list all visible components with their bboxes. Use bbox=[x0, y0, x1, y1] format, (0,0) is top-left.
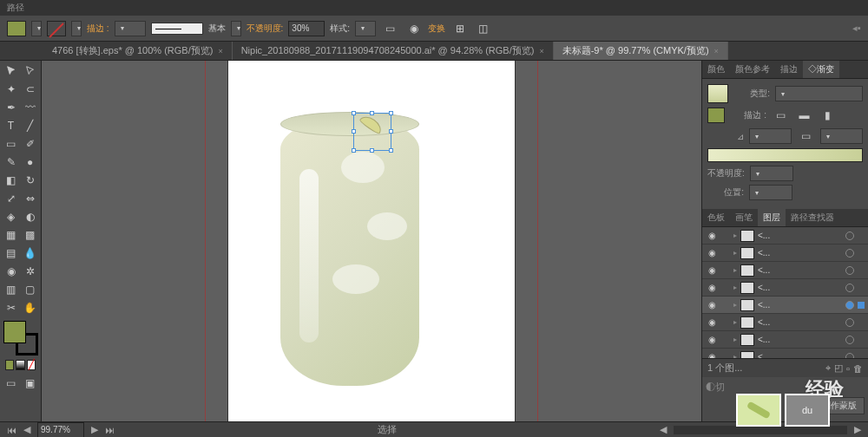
transform-label[interactable]: 变换 bbox=[428, 23, 445, 35]
layer-row[interactable]: ◉ ▸ <... bbox=[702, 314, 868, 331]
zoom-input[interactable] bbox=[37, 422, 84, 438]
stroke-style-menu[interactable] bbox=[231, 21, 241, 36]
gradient-mode-icon[interactable] bbox=[16, 360, 24, 370]
align-icon[interactable]: ⊞ bbox=[450, 20, 469, 37]
expand-icon[interactable]: ▸ bbox=[733, 232, 737, 239]
delete-layer-icon[interactable]: 🗑 bbox=[853, 363, 863, 374]
stop-location[interactable] bbox=[749, 185, 792, 200]
lasso-icon[interactable]: ⊂ bbox=[21, 81, 39, 98]
target-icon[interactable] bbox=[845, 318, 854, 327]
expand-icon[interactable]: ▸ bbox=[733, 336, 737, 343]
new-layer-icon[interactable]: ▫ bbox=[846, 363, 850, 374]
width-tool-icon[interactable]: ⇔ bbox=[21, 190, 39, 207]
nav-prev-icon[interactable]: ◀ bbox=[23, 424, 30, 435]
visibility-icon[interactable]: ◉ bbox=[706, 231, 718, 240]
stroke-swatch[interactable] bbox=[47, 21, 66, 36]
clip-opt-1[interactable]: ◐切 bbox=[706, 381, 725, 394]
layer-row[interactable]: ◉ ▸ <... bbox=[702, 279, 868, 297]
close-icon[interactable]: × bbox=[539, 47, 543, 55]
symbol-sprayer-icon[interactable]: ✲ bbox=[21, 263, 39, 280]
expand-icon[interactable]: ▸ bbox=[733, 249, 737, 257]
doc-tab-1[interactable]: 4766 [转换].eps* @ 100% (RGB/预览)× bbox=[43, 42, 233, 60]
aspect-icon[interactable]: ▭ bbox=[797, 127, 815, 145]
layer-name[interactable]: <... bbox=[758, 248, 842, 258]
layer-name[interactable]: <... bbox=[758, 317, 842, 327]
scroll-right-icon[interactable]: ▶ bbox=[854, 424, 861, 435]
fill-menu[interactable] bbox=[31, 21, 42, 36]
bounds-icon[interactable]: ◫ bbox=[474, 20, 492, 37]
eyedropper-icon[interactable]: 💧 bbox=[21, 245, 39, 262]
layer-row[interactable]: ◉ ▸ <... bbox=[702, 297, 868, 314]
scroll-left-icon[interactable]: ◀ bbox=[660, 424, 667, 435]
tab-layers[interactable]: 图层 bbox=[758, 209, 786, 226]
h-scrollbar[interactable] bbox=[674, 426, 847, 434]
stop-opacity[interactable] bbox=[750, 166, 793, 181]
visibility-icon[interactable]: ◉ bbox=[706, 335, 718, 344]
free-transform-icon[interactable]: ◈ bbox=[2, 208, 20, 225]
blend-icon[interactable]: ◉ bbox=[2, 263, 20, 280]
layer-row[interactable]: ◉ ▸ <... bbox=[702, 227, 868, 245]
stroke-preview[interactable] bbox=[151, 23, 203, 35]
layer-name[interactable]: <... bbox=[758, 231, 842, 240]
tab-color-guide[interactable]: 颜色参考 bbox=[730, 61, 775, 78]
stroke-across-icon[interactable]: ▮ bbox=[819, 107, 837, 124]
line-tool-icon[interactable]: ╱ bbox=[21, 117, 39, 134]
rectangle-tool-icon[interactable]: ▭ bbox=[2, 135, 20, 153]
fill-swatch[interactable] bbox=[7, 21, 26, 36]
graph-icon[interactable]: ▥ bbox=[2, 281, 20, 298]
tab-brushes[interactable]: 画笔 bbox=[730, 209, 758, 226]
angle-input[interactable] bbox=[749, 128, 792, 144]
visibility-icon[interactable]: ◉ bbox=[706, 265, 718, 275]
nav-first-icon[interactable]: ⏮ bbox=[7, 425, 16, 435]
layer-name[interactable]: <... bbox=[758, 352, 842, 358]
stroke-weight[interactable] bbox=[115, 21, 146, 36]
magic-wand-icon[interactable]: ✦ bbox=[2, 81, 20, 98]
slice-icon[interactable]: ✂ bbox=[2, 299, 20, 316]
layer-row[interactable]: ◉ ▸ <... bbox=[702, 331, 868, 349]
doc-tab-2[interactable]: Nipic_20180988_20171119094708245000.ai* … bbox=[233, 42, 554, 60]
mesh-icon[interactable]: ▩ bbox=[21, 226, 39, 244]
target-icon[interactable] bbox=[845, 301, 854, 310]
screen-mode-2-icon[interactable]: ▣ bbox=[21, 375, 39, 392]
blob-brush-icon[interactable]: ● bbox=[21, 153, 39, 171]
layer-row[interactable]: ◉ ▸ <... bbox=[702, 262, 868, 279]
artboard-icon[interactable]: ▢ bbox=[21, 281, 39, 298]
recolor-icon[interactable]: ◉ bbox=[404, 20, 423, 37]
visibility-icon[interactable]: ◉ bbox=[706, 317, 718, 327]
layer-name[interactable]: <... bbox=[758, 300, 842, 310]
pencil-icon[interactable]: ✎ bbox=[2, 153, 20, 171]
curvature-tool-icon[interactable]: 〰 bbox=[21, 99, 39, 116]
aspect-input[interactable] bbox=[820, 128, 863, 144]
selection-bounds[interactable] bbox=[353, 113, 391, 151]
visibility-icon[interactable]: ◉ bbox=[706, 248, 718, 258]
gradient-stroke-swatch[interactable] bbox=[707, 108, 725, 123]
nav-last-icon[interactable]: ⏭ bbox=[105, 425, 115, 435]
selection-tool-icon[interactable] bbox=[2, 62, 20, 80]
fill-color-icon[interactable] bbox=[3, 321, 26, 343]
tab-stroke[interactable]: 描边 bbox=[775, 61, 803, 78]
close-icon[interactable]: × bbox=[714, 47, 719, 55]
hand-icon[interactable]: ✋ bbox=[21, 299, 39, 316]
expand-icon[interactable]: ▸ bbox=[733, 318, 737, 326]
expand-icon[interactable]: ▸ bbox=[733, 266, 737, 274]
eraser-icon[interactable]: ◧ bbox=[2, 172, 20, 189]
direct-selection-tool-icon[interactable] bbox=[21, 62, 39, 80]
fill-stroke-indicator[interactable] bbox=[3, 321, 38, 355]
stroke-along-icon[interactable]: ▬ bbox=[795, 107, 813, 124]
layer-name[interactable]: <... bbox=[758, 335, 842, 344]
layer-row[interactable]: ◉ ▸ <... bbox=[702, 245, 868, 262]
target-icon[interactable] bbox=[845, 232, 854, 240]
color-mode-icon[interactable] bbox=[5, 360, 14, 370]
perspective-icon[interactable]: ▦ bbox=[2, 226, 20, 244]
nav-next-icon[interactable]: ▶ bbox=[91, 424, 98, 435]
visibility-icon[interactable]: ◉ bbox=[706, 300, 718, 310]
tab-swatches[interactable]: 色板 bbox=[702, 209, 730, 226]
close-icon[interactable]: × bbox=[218, 47, 222, 55]
expand-icon[interactable]: ▸ bbox=[733, 284, 737, 291]
none-mode-icon[interactable]: ╱ bbox=[27, 360, 36, 370]
panel-collapse-icon[interactable]: ◂▪ bbox=[852, 23, 861, 34]
tab-gradient[interactable]: ◇渐变 bbox=[803, 61, 839, 78]
type-tool-icon[interactable]: T bbox=[2, 117, 20, 134]
shape-builder-icon[interactable]: ◐ bbox=[21, 208, 39, 225]
tab-pathfinder[interactable]: 路径查找器 bbox=[786, 209, 839, 226]
